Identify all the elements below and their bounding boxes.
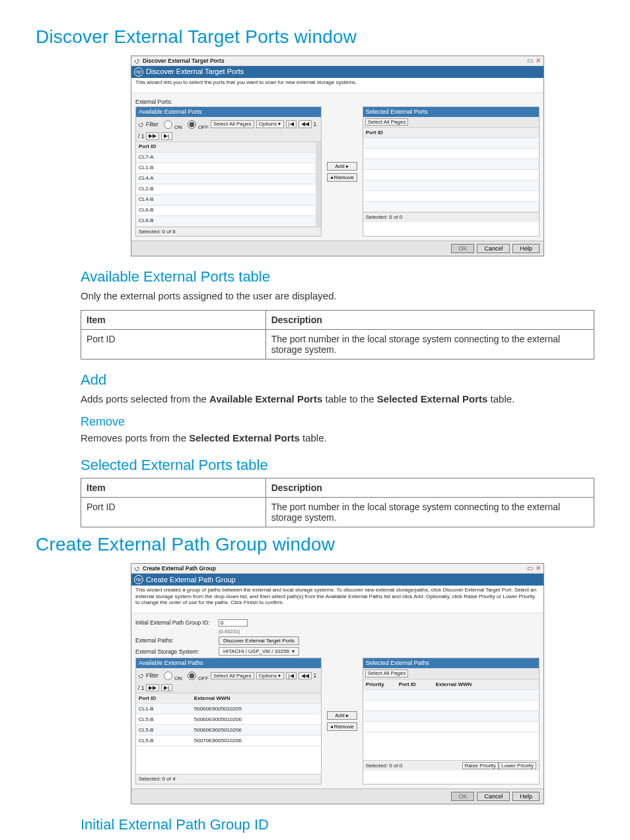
filter-off-radio[interactable] [188,671,196,680]
grid-cell: CL4-B [136,194,316,205]
col-external-wwn: External WWN [192,693,321,704]
help-button[interactable]: Help [512,244,540,253]
td-description: The port number in the local storage sys… [265,329,594,359]
minimize-icon[interactable]: ▭ [527,57,533,65]
create-external-path-group-window: ⭯ Create External Path Group ▭ ✕ hp Crea… [131,563,544,804]
grid-cell: CL7-A [136,152,316,163]
filter-off-radio[interactable] [188,120,196,129]
options-button[interactable]: Options ▾ [256,672,284,680]
filter-on-radio[interactable] [164,671,172,680]
heading-create-path-group-window: Create External Path Group window [36,534,594,555]
pin-icon[interactable]: ⭯ [134,57,140,64]
available-ports-grid[interactable]: Port ID CL7-A CL1-B CL4-A CL2-B CL4-B CL… [136,142,316,227]
heading-remove: Remove [81,415,594,429]
dialog-title: Discover External Target Ports [146,67,244,76]
nav-prev-button[interactable]: ◀◀ [298,120,312,128]
th-description: Description [265,310,594,329]
col-port-id: Port ID [396,679,433,690]
initial-id-label: Initial External Path Group ID: [135,619,215,626]
selected-count: Selected: 0 of 8 [139,229,176,235]
discover-ports-button[interactable]: Discover External Target Ports [219,636,299,645]
nav-last-button[interactable]: ▶| [161,684,172,692]
initial-id-hint: (0-63231) [219,629,240,634]
ok-button[interactable]: OK [451,244,474,253]
paragraph: Only the external ports assigned to the … [81,289,594,303]
external-paths-label: External Paths: [135,637,215,644]
close-icon[interactable]: ✕ [536,564,541,572]
selected-count: Selected: 0 of 0 [366,214,403,221]
dialog-help-text: This wizard creates a group of paths bet… [131,586,543,613]
external-ports-label: External Ports: [135,98,540,105]
lower-priority-button[interactable]: Lower Priority [499,762,536,770]
grid-cell: CL1-B [136,163,316,173]
scrollbar[interactable] [316,142,321,227]
selected-count: Selected: 0 of 0 [366,763,403,769]
nav-next-button[interactable]: ▶▶ [146,132,159,140]
pin-icon[interactable]: ⭯ [138,672,144,679]
dialog-help-text: This wizard lets you to select the ports… [131,78,543,93]
filter-label: Filter [146,672,158,679]
ok-button[interactable]: OK [451,792,474,801]
grid-cell: CL2-B [136,184,316,194]
nav-prev-button[interactable]: ◀◀ [298,672,312,680]
col-priority: Priority [363,679,396,690]
col-external-wwn: External WWN [433,679,539,690]
available-ports-doc-table: Item Description Port ID The port number… [81,310,594,360]
help-button[interactable]: Help [512,792,540,801]
td-item: Port ID [81,498,266,527]
initial-id-input[interactable] [219,619,248,627]
selected-paths-header: Selected External Paths [363,658,539,668]
pin-icon[interactable]: ⭯ [134,565,140,572]
td-item: Port ID [81,329,266,359]
th-item: Item [81,478,266,498]
nav-next-button[interactable]: ▶▶ [146,684,159,692]
selected-ports-doc-table: Item Description Port ID The port number… [81,478,594,527]
page-total: / 1 [138,685,144,691]
grid-cell: CL8-B [136,215,316,226]
cancel-button[interactable]: Cancel [477,244,510,253]
select-all-pages-button[interactable]: Select All Pages [211,120,254,128]
add-button[interactable]: Add ▸ [327,162,357,171]
page-current: 1 [314,121,317,128]
select-all-pages-button[interactable]: Select All Pages [365,669,409,677]
remove-button[interactable]: ◂ Remove [327,722,357,731]
paragraph: Removes ports from the Selected External… [81,432,594,445]
th-item: Item [81,310,266,329]
nav-first-button[interactable]: |◀ [286,120,297,128]
close-icon[interactable]: ✕ [536,57,541,65]
paragraph: Enter the initial ID of path groups. Sto… [81,837,594,840]
col-port-id[interactable]: Port ID [363,128,539,138]
page-current: 1 [314,672,317,679]
filter-label: Filter [146,121,158,128]
selected-ports-grid[interactable]: Port ID [363,128,539,212]
nav-last-button[interactable]: ▶| [161,132,172,140]
discover-external-target-ports-window: ⭯ Discover External Target Ports ▭ ✕ hp … [131,56,544,256]
window-title: Create External Path Group [143,565,216,572]
select-all-pages-button[interactable]: Select All Pages [211,672,254,680]
raise-priority-button[interactable]: Raise Priority [462,762,499,770]
cancel-button[interactable]: Cancel [477,792,510,801]
grid-cell: CL4-A [136,173,316,184]
col-port-id[interactable]: Port ID [136,142,316,153]
select-all-pages-button[interactable]: Select All Pages [365,118,409,126]
filter-on-radio[interactable] [164,120,172,129]
external-storage-system-select[interactable]: HITACHI / USP_VM / 10258 ▾ [219,647,299,656]
heading-discover-window: Discover External Target Ports window [36,26,594,48]
available-paths-header: Available External Paths [136,658,321,668]
remove-button[interactable]: ◂ Remove [327,173,357,182]
col-port-id: Port ID [136,693,192,704]
window-title: Discover External Target Ports [143,57,225,64]
minimize-icon[interactable]: ▭ [527,564,533,572]
available-paths-grid[interactable]: Port IDExternal WWN CL1-B50060E800501020… [136,693,321,746]
external-storage-system-label: External Storage System: [135,648,215,655]
grid-cell: CL6-B [136,205,316,215]
available-panel-header: Available External Ports [136,107,321,117]
heading-selected-table: Selected External Ports table [81,457,594,474]
selected-panel-header: Selected External Ports [363,107,539,117]
pin-icon[interactable]: ⭯ [138,121,144,128]
hp-logo-icon: hp [134,67,143,77]
add-button[interactable]: Add ▸ [327,711,357,720]
options-button[interactable]: Options ▾ [256,120,284,128]
nav-first-button[interactable]: |◀ [286,672,297,680]
selected-paths-grid[interactable]: Priority Port ID External WWN [363,679,539,732]
